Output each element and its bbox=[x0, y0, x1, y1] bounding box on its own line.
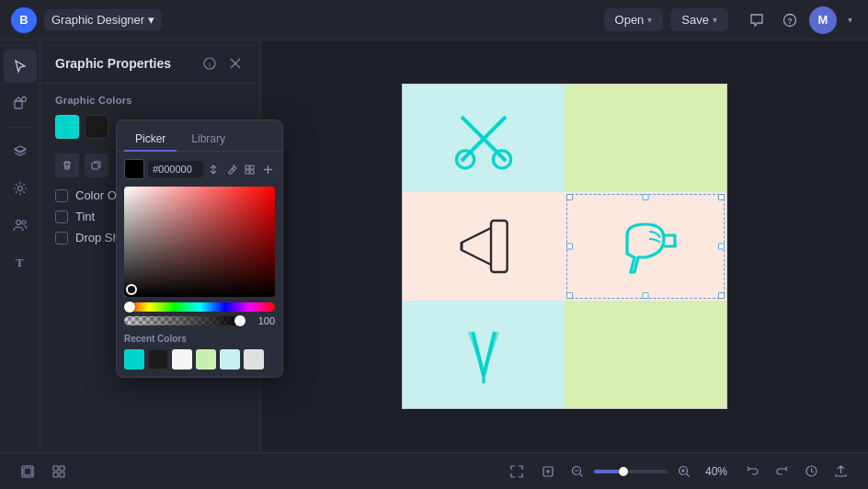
handle-ml[interactable] bbox=[566, 243, 573, 249]
drop-shadow-checkbox[interactable] bbox=[55, 232, 68, 244]
svg-rect-19 bbox=[491, 221, 508, 272]
design-canvas bbox=[402, 84, 727, 409]
panel-header: Graphic Properties i bbox=[40, 40, 260, 84]
svg-rect-25 bbox=[60, 466, 64, 471]
svg-rect-10 bbox=[92, 163, 98, 169]
gradient-dark-layer bbox=[124, 187, 275, 297]
redo-button[interactable] bbox=[769, 459, 794, 484]
recent-swatch-4[interactable] bbox=[220, 349, 240, 370]
svg-point-5 bbox=[16, 221, 20, 225]
sidebar-cursor-icon[interactable] bbox=[4, 50, 37, 83]
svg-rect-12 bbox=[250, 165, 254, 169]
panel-close-button[interactable] bbox=[225, 53, 246, 74]
svg-point-3 bbox=[21, 97, 26, 102]
cell-hairdryer[interactable] bbox=[565, 192, 726, 300]
panel-title: Graphic Properties bbox=[55, 56, 171, 71]
handle-bl[interactable] bbox=[566, 292, 573, 299]
tint-checkbox[interactable] bbox=[55, 210, 68, 223]
save-button[interactable]: Save ▾ bbox=[670, 8, 728, 31]
user-avatar[interactable]: M bbox=[809, 6, 837, 34]
app-name-button[interactable]: Graphic Designer ▾ bbox=[44, 9, 162, 30]
tint-label: Tint bbox=[75, 210, 95, 223]
canvas-area bbox=[261, 40, 868, 452]
sidebar-settings-icon[interactable] bbox=[4, 172, 37, 205]
color-swatch-black[interactable] bbox=[85, 115, 108, 139]
duplicate-color-button[interactable] bbox=[85, 154, 108, 177]
bottom-right-icons bbox=[739, 459, 853, 484]
color-picker-popup: Picker Library bbox=[116, 119, 283, 378]
hue-slider-thumb[interactable] bbox=[124, 301, 135, 313]
zoom-slider[interactable] bbox=[594, 470, 668, 473]
topbar-icons: ? M ▾ bbox=[743, 6, 857, 34]
fit-screen-button[interactable] bbox=[504, 459, 530, 484]
picker-input-row bbox=[124, 159, 275, 179]
sidebar-divider bbox=[8, 127, 32, 128]
history-button[interactable] bbox=[798, 459, 824, 484]
recent-swatch-5[interactable] bbox=[244, 349, 264, 370]
color-swatch-teal[interactable] bbox=[55, 115, 79, 139]
add-color-button[interactable] bbox=[261, 159, 276, 179]
eyedropper-button[interactable] bbox=[225, 159, 240, 179]
zoom-slider-thumb[interactable] bbox=[619, 467, 628, 476]
panel-header-icons: i bbox=[200, 53, 246, 74]
topbar: B Graphic Designer ▾ Open ▾ Save ▾ ? M ▾ bbox=[0, 0, 868, 40]
app-name-chevron: ▾ bbox=[148, 13, 154, 27]
opacity-slider-thumb[interactable] bbox=[234, 315, 246, 326]
help-icon-button[interactable]: ? bbox=[776, 6, 804, 34]
sidebar-people-icon[interactable] bbox=[4, 209, 37, 242]
swap-colors-button[interactable] bbox=[207, 159, 222, 179]
zoom-in-button[interactable] bbox=[673, 461, 695, 483]
layers-button[interactable] bbox=[15, 459, 40, 484]
opacity-slider[interactable] bbox=[124, 316, 246, 325]
app-name-label: Graphic Designer bbox=[51, 13, 144, 27]
sidebar-layers-icon[interactable] bbox=[4, 135, 37, 168]
account-chevron-button[interactable]: ▾ bbox=[842, 6, 857, 34]
undo-button[interactable] bbox=[739, 459, 765, 484]
share-button[interactable] bbox=[828, 459, 853, 484]
handle-tr[interactable] bbox=[718, 194, 725, 200]
cell-razor[interactable] bbox=[403, 192, 565, 300]
zoom-controls: 40% bbox=[504, 459, 732, 484]
zoom-fit-button[interactable] bbox=[535, 459, 561, 484]
recent-colors-label: Recent Colors bbox=[124, 334, 275, 344]
zoom-out-button[interactable] bbox=[566, 461, 588, 483]
chat-icon-button[interactable] bbox=[743, 6, 771, 34]
recent-swatch-2[interactable] bbox=[172, 349, 192, 370]
recent-swatch-3[interactable] bbox=[196, 349, 216, 370]
colors-label: Graphic Colors bbox=[55, 95, 246, 106]
main-area: T Graphic Properties i bbox=[0, 40, 868, 452]
cell-scissors[interactable] bbox=[403, 85, 565, 192]
panel-info-button[interactable]: i bbox=[200, 53, 220, 74]
hex-input[interactable] bbox=[148, 161, 203, 177]
handle-br[interactable] bbox=[718, 292, 725, 299]
svg-rect-24 bbox=[53, 466, 58, 471]
picker-body: 100 Recent Colors bbox=[117, 152, 282, 377]
opacity-slider-row: 100 bbox=[124, 315, 275, 326]
sidebar-shapes-icon[interactable] bbox=[4, 86, 37, 119]
recent-colors bbox=[124, 349, 275, 370]
handle-tl[interactable] bbox=[566, 194, 573, 200]
grid-button[interactable] bbox=[46, 459, 72, 484]
handle-tc[interactable] bbox=[643, 194, 649, 200]
picker-tab-library[interactable]: Library bbox=[180, 128, 236, 151]
delete-color-button[interactable] bbox=[55, 154, 79, 177]
picker-tabs: Picker Library bbox=[117, 120, 282, 152]
svg-rect-13 bbox=[246, 170, 249, 174]
recent-swatch-1[interactable] bbox=[148, 349, 168, 370]
open-button[interactable]: Open ▾ bbox=[604, 8, 664, 31]
color-overlay-checkbox[interactable] bbox=[55, 189, 68, 202]
app-logo: B bbox=[11, 7, 37, 33]
picker-tab-picker[interactable]: Picker bbox=[124, 128, 177, 152]
grid-view-button[interactable] bbox=[243, 159, 257, 179]
cell-scissors-v[interactable] bbox=[403, 301, 565, 408]
picker-dot[interactable] bbox=[126, 284, 137, 295]
sidebar-text-icon[interactable]: T bbox=[4, 245, 37, 279]
svg-rect-11 bbox=[246, 165, 249, 169]
recent-swatch-0[interactable] bbox=[124, 349, 144, 370]
left-sidebar: T bbox=[0, 40, 40, 452]
gradient-canvas[interactable] bbox=[124, 187, 275, 297]
handle-bc[interactable] bbox=[643, 292, 649, 299]
color-preview-box bbox=[124, 159, 144, 179]
handle-mr[interactable] bbox=[718, 243, 725, 249]
hue-slider[interactable] bbox=[124, 302, 275, 312]
